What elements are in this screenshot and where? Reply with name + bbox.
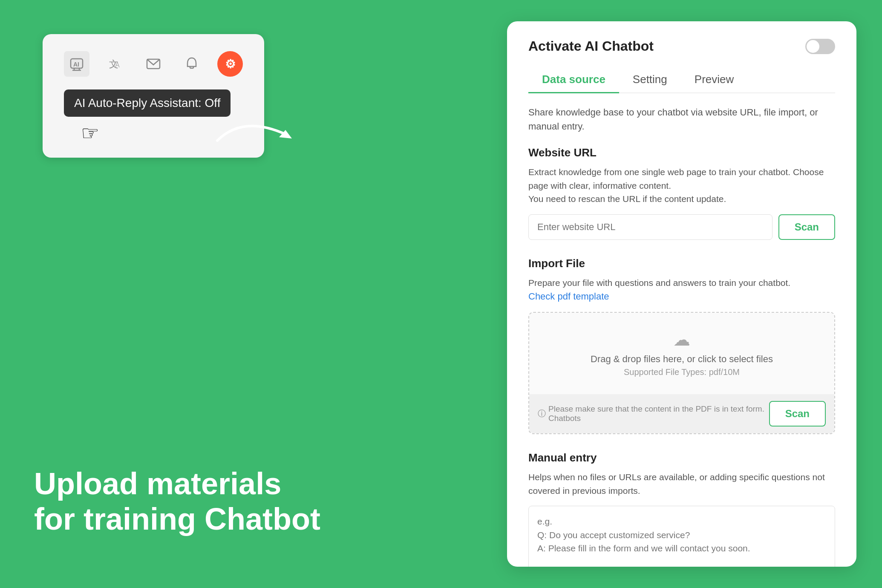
website-url-title: Website URL (528, 146, 835, 159)
import-file-scan-button[interactable]: Scan (769, 401, 826, 427)
import-file-title: Import File (528, 257, 835, 270)
manual-entry-title: Manual entry (528, 451, 835, 464)
url-input-row: Scan (528, 214, 835, 240)
panel-title: Activate AI Chatbot (528, 38, 654, 54)
panel-description: Share knowledge base to your chatbot via… (528, 105, 835, 133)
hubspot-icon-btn[interactable]: ⚙ (217, 51, 243, 77)
svg-text:AI: AI (73, 61, 79, 68)
tabs-container: Data source Setting Preview (528, 67, 835, 93)
upload-cloud-icon: ☁ (546, 330, 817, 349)
panel-header: Activate AI Chatbot (528, 38, 835, 54)
manual-entry-desc: Helps when no files or URLs are availabl… (528, 470, 835, 497)
tab-preview[interactable]: Preview (681, 67, 747, 93)
manual-entry-textarea[interactable] (528, 506, 835, 567)
import-file-desc: Prepare your file with questions and ans… (528, 276, 835, 304)
upload-sub-text: Supported File Types: pdf/10M (546, 367, 817, 377)
bell-icon-btn[interactable] (179, 51, 205, 77)
ai-tooltip: AI Auto-Reply Assistant: Off (64, 89, 231, 117)
translate-icon-btn[interactable]: 文 A (102, 51, 128, 77)
website-url-input[interactable] (528, 214, 772, 240)
manual-entry-section: Manual entry Helps when no files or URLs… (528, 451, 835, 567)
svg-text:A: A (115, 61, 120, 69)
website-url-scan-button[interactable]: Scan (778, 214, 835, 240)
activate-toggle[interactable] (805, 39, 835, 54)
arrow-graphic (209, 107, 303, 162)
ai-icon-btn[interactable]: AI (64, 51, 89, 77)
email-icon-btn[interactable] (141, 51, 166, 77)
upload-main-text: Drag & drop files here, or click to sele… (546, 354, 817, 365)
pdf-template-link[interactable]: Check pdf template (528, 291, 609, 302)
main-panel: Activate AI Chatbot Data source Setting … (507, 21, 856, 567)
file-drop-zone[interactable]: ☁ Drag & drop files here, or click to se… (529, 313, 834, 394)
import-file-section: Import File Prepare your file with quest… (528, 257, 835, 435)
file-notice-text: ⓘ Please make sure that the content in t… (538, 404, 769, 423)
file-upload-footer: ⓘ Please make sure that the content in t… (529, 394, 834, 433)
toolbar-icons: AI 文 A ⚙ (60, 47, 247, 85)
file-upload-wrapper: ☁ Drag & drop files here, or click to se… (528, 312, 835, 434)
tab-data-source[interactable]: Data source (528, 67, 619, 93)
website-url-section: Website URL Extract knowledge from one s… (528, 146, 835, 240)
info-icon: ⓘ (538, 408, 546, 419)
cursor-icon: ☞ (81, 121, 99, 145)
tab-setting[interactable]: Setting (619, 67, 681, 93)
website-url-desc: Extract knowledge from one single web pa… (528, 165, 835, 206)
hero-text: Upload materials for training Chatbot (34, 466, 320, 537)
